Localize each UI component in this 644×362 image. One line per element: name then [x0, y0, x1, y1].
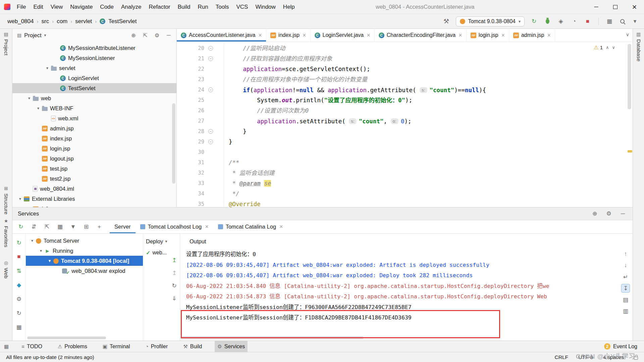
- scroll-to-end-icon[interactable]: ↧: [621, 284, 630, 293]
- menu-view[interactable]: View: [47, 0, 67, 14]
- project-tree-item[interactable]: ▾External Libraries: [12, 194, 176, 204]
- soft-wrap-icon[interactable]: ↵: [621, 273, 630, 281]
- menu-window[interactable]: Window: [252, 0, 279, 14]
- menu-run[interactable]: Run: [194, 0, 212, 14]
- filter-icon[interactable]: ▼: [69, 223, 77, 231]
- export-icon[interactable]: ⇓: [170, 294, 179, 303]
- tree-expand-arrow-icon[interactable]: ▾: [35, 106, 42, 111]
- tool-window-button-profiler[interactable]: ◔Profiler: [143, 341, 171, 352]
- dashboard-icon[interactable]: ▦: [15, 323, 23, 331]
- status-widget-crlf[interactable]: CRLF: [555, 354, 568, 360]
- breadcrumb-item[interactable]: src: [41, 18, 49, 25]
- tool-window-button-problems[interactable]: ⚠Problems: [55, 341, 90, 352]
- tree-expand-arrow-icon[interactable]: ▾: [29, 238, 36, 243]
- code-text[interactable]: @Override: [224, 199, 633, 207]
- tool-window-button-terminal[interactable]: ▣Terminal: [100, 341, 133, 352]
- collapse-all-icon[interactable]: ⇱: [43, 223, 51, 231]
- refresh-icon[interactable]: ↻: [15, 309, 23, 317]
- sidebar-item-database[interactable]: ▥ Database: [633, 32, 644, 61]
- locate-icon[interactable]: ⊕: [590, 209, 599, 218]
- project-tree-item[interactable]: JSPlogin.jsp: [12, 143, 176, 154]
- menu-help[interactable]: Help: [279, 0, 299, 14]
- services-tree-item[interactable]: ▾Tomcat 9.0.38-0804 [local]: [26, 256, 143, 266]
- stop-icon[interactable]: ■: [583, 17, 592, 26]
- editor-scrollbar[interactable]: [628, 44, 631, 109]
- scroll-down-icon[interactable]: ↓: [621, 261, 630, 270]
- tab-close-icon[interactable]: ×: [501, 32, 505, 39]
- fold-marker[interactable]: −: [204, 43, 224, 54]
- fold-marker-icon[interactable]: −: [208, 46, 213, 51]
- project-tree-item[interactable]: ▾servlet: [12, 63, 176, 73]
- search-everywhere-icon[interactable]: [618, 17, 627, 26]
- tool-window-button-services[interactable]: ⚙Services: [215, 341, 248, 352]
- debug-icon[interactable]: [543, 17, 552, 26]
- tool-window-button-todo[interactable]: ≡TODO: [19, 341, 45, 352]
- project-tree-item[interactable]: ▾web: [12, 93, 176, 103]
- menu-analyze[interactable]: Analyze: [117, 0, 145, 14]
- menu-code[interactable]: Code: [96, 0, 117, 14]
- editor-tab-admin.jsp[interactable]: JSPadmin.jsp×: [509, 29, 555, 42]
- project-panel-title[interactable]: Project: [24, 32, 41, 39]
- project-tree-item[interactable]: CTestServlet: [12, 83, 176, 93]
- deploy-artifact-icon[interactable]: ↥: [170, 256, 179, 264]
- split-icon[interactable]: ⊞: [82, 223, 91, 231]
- hide-panel-icon[interactable]: ─: [165, 32, 172, 39]
- hide-panel-icon[interactable]: ─: [619, 209, 627, 218]
- layout-windows-icon[interactable]: ▦: [605, 17, 614, 26]
- project-scrollbar[interactable]: [172, 103, 175, 184]
- code-text[interactable]: //在应用程序对象中存储一个初始化的计数变量: [224, 74, 633, 85]
- redeploy-icon[interactable]: ⇅: [15, 266, 23, 275]
- menu-tools[interactable]: Tools: [212, 0, 233, 14]
- settings-wrench-icon[interactable]: ⚙: [15, 295, 23, 303]
- editor-tab-LoginServlet.java[interactable]: CLoginServlet.java×: [311, 29, 375, 42]
- collapse-all-icon[interactable]: ⇱: [142, 32, 149, 39]
- code-text[interactable]: */: [224, 189, 633, 199]
- refresh-artifact-icon[interactable]: ↻: [170, 281, 179, 290]
- tab-close-icon[interactable]: ×: [279, 223, 283, 230]
- fold-marker[interactable]: −: [204, 126, 224, 137]
- project-tree-item[interactable]: JSPtest2.jsp: [12, 174, 176, 184]
- deploy-artifact-item[interactable]: ✓ web...: [143, 248, 169, 258]
- sidebar-item-web[interactable]: ◎ Web: [0, 260, 12, 279]
- services-tree-item[interactable]: ▾▶Running: [26, 246, 143, 256]
- project-tree-item[interactable]: web.xml: [12, 113, 176, 123]
- rerun-icon[interactable]: ↻: [16, 223, 25, 231]
- fold-marker[interactable]: −: [204, 54, 224, 64]
- hidden-tabs-chevron-icon[interactable]: ∨: [626, 32, 629, 37]
- menu-refactor[interactable]: Refactor: [145, 0, 174, 14]
- project-tree-item[interactable]: JSPadmin.jsp: [12, 123, 176, 133]
- close-button[interactable]: ×: [625, 0, 644, 14]
- services-tab-tomcat-catalina-log[interactable]: Tomcat Catalina Log×: [213, 220, 288, 233]
- project-tree-item[interactable]: JSPindex.jsp: [12, 133, 176, 143]
- editor-tab-login.jsp[interactable]: JSPlogin.jsp×: [467, 29, 509, 42]
- print-icon[interactable]: ▤: [621, 295, 630, 304]
- breadcrumb-item[interactable]: com: [57, 18, 67, 25]
- stop-server-icon[interactable]: ■: [15, 252, 23, 261]
- tab-close-icon[interactable]: ×: [205, 223, 209, 230]
- breadcrumb-item[interactable]: servlet: [75, 18, 92, 25]
- project-tree-item[interactable]: web_0804.iml: [12, 184, 176, 194]
- tab-close-icon[interactable]: ×: [367, 32, 370, 39]
- tab-close-icon[interactable]: ×: [258, 32, 262, 39]
- code-text[interactable]: if(application!=null && application.getA…: [224, 85, 633, 95]
- project-tree-item[interactable]: CMySessionAttributeListener: [12, 43, 176, 53]
- fold-marker-icon[interactable]: −: [208, 129, 213, 134]
- code-text[interactable]: //设置访问次数为0: [224, 106, 633, 116]
- fold-marker[interactable]: −: [204, 137, 224, 147]
- tab-close-icon[interactable]: ×: [547, 32, 551, 39]
- project-tree-item[interactable]: JSPlogout.jsp: [12, 154, 176, 164]
- breadcrumb-item[interactable]: TestServlet: [108, 18, 137, 25]
- editor-tab-index.jsp[interactable]: JSPindex.jsp×: [266, 29, 311, 42]
- tree-expand-arrow-icon[interactable]: ▾: [37, 248, 45, 253]
- menu-file[interactable]: File: [13, 0, 30, 14]
- fold-marker-icon[interactable]: −: [208, 139, 213, 144]
- tree-expand-arrow-icon[interactable]: ▾: [16, 196, 24, 201]
- code-text[interactable]: /**: [224, 158, 633, 168]
- breadcrumb-item[interactable]: web_0804: [7, 18, 34, 25]
- code-editor[interactable]: ⚠ 1 ∧ ∨ 20− //监听网站启动21− //获取到容器创建的应用程序对象…: [177, 42, 633, 207]
- maximize-button[interactable]: [606, 0, 625, 14]
- sidebar-item-structure[interactable]: ⊞ Structure: [0, 186, 12, 215]
- tree-expand-arrow-icon[interactable]: ▾: [25, 96, 33, 101]
- minimize-button[interactable]: ─: [587, 0, 606, 14]
- deploy-column-header[interactable]: Deploy ▾: [143, 236, 169, 247]
